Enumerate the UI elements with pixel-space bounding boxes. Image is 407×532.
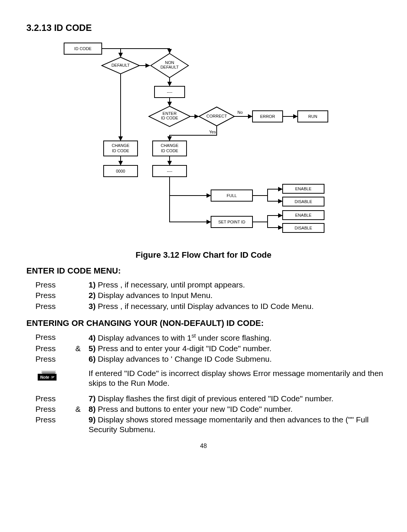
step-text: Press , if necessary, until prompt appea…	[96, 280, 245, 289]
note-text: If entered "ID Code" is incorrect displa…	[87, 365, 388, 393]
node-nondefault-1: NON	[165, 60, 174, 65]
step-row: Press 4) Display advances to with 1st un…	[34, 332, 388, 343]
edge-no-label: No	[237, 110, 243, 115]
step-text: Display advances to ' Change ID Code Sub…	[96, 355, 272, 363]
step-row: Press 6) Display advances to ' Change ID…	[34, 354, 388, 364]
section-heading: 3.2.13 ID CODE	[26, 23, 381, 33]
step-action: Press	[34, 332, 69, 343]
step-action: Press	[34, 301, 69, 312]
step-action: Press	[34, 404, 69, 414]
node-idcode: ID CODE	[74, 46, 92, 51]
node-dashes-b: ----	[167, 169, 173, 173]
step-action: Press	[34, 290, 69, 301]
step-action: Press	[34, 343, 69, 354]
note-row: Note ☞ If entered "ID Code" is incorrect…	[34, 365, 388, 393]
step-action: Press	[34, 414, 69, 435]
note-icon: Note ☞	[35, 368, 62, 390]
node-sp-disable: DISABLE	[295, 226, 312, 230]
step-text: Press , if necessary, until Display adva…	[96, 302, 314, 310]
step-action: Press	[34, 280, 69, 290]
node-dashes-a: ----	[167, 90, 173, 94]
node-sp-enable: ENABLE	[295, 213, 311, 217]
step-row: Press 2) Display advances to Input Menu.	[34, 290, 388, 301]
node-error: ERROR	[260, 114, 275, 119]
node-full-enable: ENABLE	[295, 187, 311, 191]
step-amp: &	[69, 343, 87, 354]
step-text: Display advances to Input Menu.	[96, 291, 213, 300]
changing-heading: ENTERING OR CHANGING YOUR (NON-DEFAULT) …	[26, 318, 381, 328]
step-text: Display advances to with 1	[96, 333, 191, 342]
node-change-b1: CHANGE	[161, 143, 178, 148]
node-full: FULL	[227, 193, 237, 198]
node-change-b2: ID CODE	[161, 148, 178, 153]
page-number: 48	[26, 443, 381, 449]
step-text: Display shows stored message momentarily…	[89, 415, 369, 434]
figure-caption: Figure 3.12 Flow Chart for ID Code	[26, 250, 381, 260]
node-run: RUN	[308, 114, 317, 119]
superscript: st	[191, 333, 196, 339]
svg-text:Note ☞: Note ☞	[40, 375, 55, 379]
enter-menu-heading: ENTER ID CODE MENU:	[26, 266, 381, 276]
flowchart-figure: .bx{fill:#fff;stroke:#000;stroke-width:2…	[26, 39, 381, 243]
steps-table-2: Press 4) Display advances to with 1st un…	[34, 332, 388, 435]
step-action: Press	[34, 354, 69, 364]
step-text: Press and to enter your 4-digit "ID Code…	[96, 344, 272, 353]
node-zeros: 0000	[116, 169, 125, 173]
step-text: Press and buttons to enter your new "ID …	[96, 405, 293, 413]
node-change-a1: CHANGE	[112, 143, 129, 148]
step-text: Display flashes the first digit of previ…	[96, 394, 334, 403]
node-change-a2: ID CODE	[112, 148, 129, 153]
step-row: Press 1) Press , if necessary, until pro…	[34, 280, 388, 290]
step-text-b: under score flashing.	[196, 333, 272, 342]
node-nondefault-2: DEFAULT	[161, 65, 179, 69]
steps-table-1: Press 1) Press , if necessary, until pro…	[34, 280, 388, 312]
node-correct: CORRECT	[207, 114, 227, 118]
node-setpoint: SET POINT ID	[218, 220, 245, 224]
step-amp: &	[69, 404, 87, 414]
step-row: Press 7) Display flashes the first digit…	[34, 393, 388, 404]
step-row: Press 3) Press , if necessary, until Dis…	[34, 301, 388, 312]
step-action: Press	[34, 393, 69, 404]
node-enter2: ID CODE	[161, 116, 178, 120]
edge-yes-label: Yes	[209, 130, 216, 134]
node-enter1: ENTER	[162, 111, 176, 116]
node-full-disable: DISABLE	[295, 199, 312, 204]
step-row: Press & 5) Press and to enter your 4-dig…	[34, 343, 388, 354]
step-row: Press 9) Display shows stored message mo…	[34, 414, 388, 435]
step-row: Press & 8) Press and buttons to enter yo…	[34, 404, 388, 414]
node-default: DEFAULT	[112, 63, 130, 67]
